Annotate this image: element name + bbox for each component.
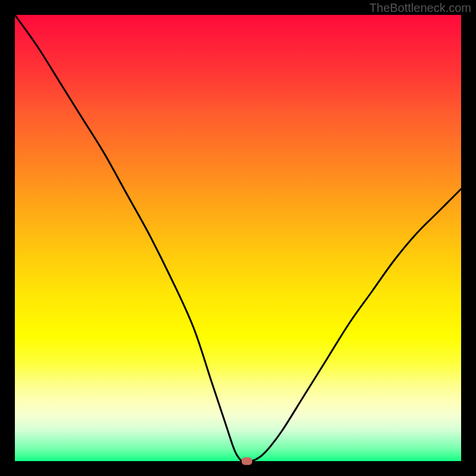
plot-area [15, 15, 461, 461]
bottleneck-curve-line [15, 15, 461, 461]
minimum-marker [242, 458, 252, 465]
chart-svg [15, 15, 461, 461]
watermark-text: TheBottleneck.com [369, 1, 471, 15]
